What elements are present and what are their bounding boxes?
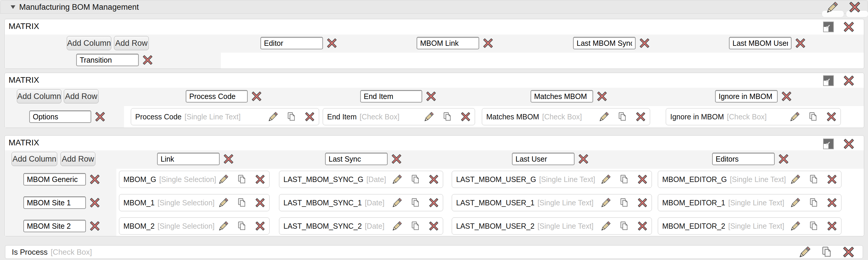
copy-field-icon[interactable] <box>442 112 452 122</box>
delete-field-icon[interactable] <box>429 174 439 184</box>
row-name-input[interactable] <box>23 173 86 185</box>
delete-field-icon[interactable] <box>827 221 837 231</box>
row-name-input[interactable] <box>23 197 86 209</box>
edit-field-icon[interactable] <box>218 174 228 184</box>
edit-field-icon[interactable] <box>790 198 800 208</box>
delete-panel-icon[interactable] <box>843 75 855 86</box>
copy-field-icon[interactable] <box>809 174 819 184</box>
edit-field-icon[interactable] <box>218 221 228 231</box>
delete-column-icon[interactable] <box>778 154 789 164</box>
column-name-input[interactable] <box>260 37 323 49</box>
triangle-down-icon[interactable] <box>10 5 16 9</box>
edit-field-icon[interactable] <box>601 174 611 184</box>
delete-column-icon[interactable] <box>391 154 402 164</box>
delete-row-icon[interactable] <box>142 55 153 65</box>
add-row-button[interactable]: Add Row <box>61 152 95 166</box>
delete-column-icon[interactable] <box>795 38 806 49</box>
delete-field-icon[interactable] <box>461 112 471 122</box>
copy-field-icon[interactable] <box>809 221 819 231</box>
column-name-input[interactable] <box>157 153 220 165</box>
column-name-input[interactable] <box>360 90 422 103</box>
delete-column-icon[interactable] <box>426 91 436 102</box>
column-name-input[interactable] <box>729 37 792 49</box>
delete-column-icon[interactable] <box>327 38 337 49</box>
row-name-input[interactable] <box>23 220 86 232</box>
delete-field-icon[interactable] <box>255 221 265 231</box>
add-column-button[interactable]: Add Column <box>11 152 57 166</box>
copy-field-icon[interactable] <box>410 198 421 208</box>
copy-field-icon[interactable] <box>821 246 833 258</box>
collapse-panel-icon[interactable] <box>823 75 834 86</box>
column-name-input[interactable] <box>186 90 248 103</box>
add-column-button[interactable]: Add Column <box>67 36 111 50</box>
copy-field-icon[interactable] <box>619 198 629 208</box>
delete-panel-icon[interactable] <box>843 138 855 149</box>
copy-field-icon[interactable] <box>619 221 629 231</box>
copy-field-icon[interactable] <box>237 198 247 208</box>
delete-column-icon[interactable] <box>639 38 650 49</box>
edit-field-icon[interactable] <box>601 198 611 208</box>
copy-field-icon[interactable] <box>286 112 297 122</box>
add-row-button[interactable]: Add Row <box>114 36 149 50</box>
row-name-input[interactable] <box>76 54 139 66</box>
copy-field-icon[interactable] <box>237 221 247 231</box>
edit-field-icon[interactable] <box>424 112 434 122</box>
edit-section-icon[interactable] <box>826 1 838 13</box>
delete-row-icon[interactable] <box>89 221 100 231</box>
delete-field-icon[interactable] <box>826 112 836 122</box>
copy-field-icon[interactable] <box>619 174 629 184</box>
column-name-input[interactable] <box>325 153 388 165</box>
row-name-input[interactable] <box>29 111 91 123</box>
delete-field-icon[interactable] <box>843 246 855 258</box>
collapse-panel-icon[interactable] <box>823 22 834 32</box>
delete-column-icon[interactable] <box>597 91 607 102</box>
delete-row-icon[interactable] <box>89 197 100 208</box>
delete-column-icon[interactable] <box>251 91 262 102</box>
delete-column-icon[interactable] <box>781 91 792 102</box>
delete-field-icon[interactable] <box>638 221 647 231</box>
column-name-input[interactable] <box>416 37 479 49</box>
delete-field-icon[interactable] <box>255 198 265 208</box>
delete-column-icon[interactable] <box>483 38 493 49</box>
delete-panel-icon[interactable] <box>843 21 855 32</box>
column-name-input[interactable] <box>531 90 593 103</box>
collapse-panel-icon[interactable] <box>823 139 834 149</box>
copy-field-icon[interactable] <box>617 112 627 122</box>
add-row-button[interactable]: Add Row <box>64 89 99 104</box>
edit-field-icon[interactable] <box>392 174 402 184</box>
edit-field-icon[interactable] <box>790 174 800 184</box>
delete-field-icon[interactable] <box>305 112 315 122</box>
copy-field-icon[interactable] <box>237 174 247 184</box>
delete-column-icon[interactable] <box>223 154 234 164</box>
delete-field-icon[interactable] <box>429 198 439 208</box>
copy-field-icon[interactable] <box>809 198 819 208</box>
edit-field-icon[interactable] <box>599 112 609 122</box>
delete-column-icon[interactable] <box>578 154 589 164</box>
column-name-input[interactable] <box>573 37 636 49</box>
add-column-button[interactable]: Add Column <box>17 89 61 104</box>
delete-field-icon[interactable] <box>255 174 265 184</box>
delete-field-icon[interactable] <box>429 221 439 231</box>
edit-field-icon[interactable] <box>392 221 402 231</box>
delete-row-icon[interactable] <box>95 111 105 122</box>
column-name-input[interactable] <box>512 153 575 165</box>
edit-field-icon[interactable] <box>790 112 800 122</box>
copy-field-icon[interactable] <box>410 221 421 231</box>
delete-section-icon[interactable] <box>849 1 861 13</box>
edit-field-icon[interactable] <box>268 112 278 122</box>
edit-field-icon[interactable] <box>218 198 228 208</box>
copy-field-icon[interactable] <box>808 112 818 122</box>
edit-field-icon[interactable] <box>799 246 811 258</box>
column-name-input[interactable] <box>715 90 778 103</box>
copy-field-icon[interactable] <box>410 174 421 184</box>
edit-field-icon[interactable] <box>790 221 800 231</box>
delete-field-icon[interactable] <box>827 198 837 208</box>
edit-field-icon[interactable] <box>392 198 402 208</box>
delete-field-icon[interactable] <box>638 198 647 208</box>
delete-row-icon[interactable] <box>89 174 100 185</box>
edit-field-icon[interactable] <box>601 221 611 231</box>
delete-field-icon[interactable] <box>638 174 647 184</box>
delete-field-icon[interactable] <box>636 112 646 122</box>
column-name-input[interactable] <box>712 153 775 165</box>
delete-field-icon[interactable] <box>827 174 837 184</box>
